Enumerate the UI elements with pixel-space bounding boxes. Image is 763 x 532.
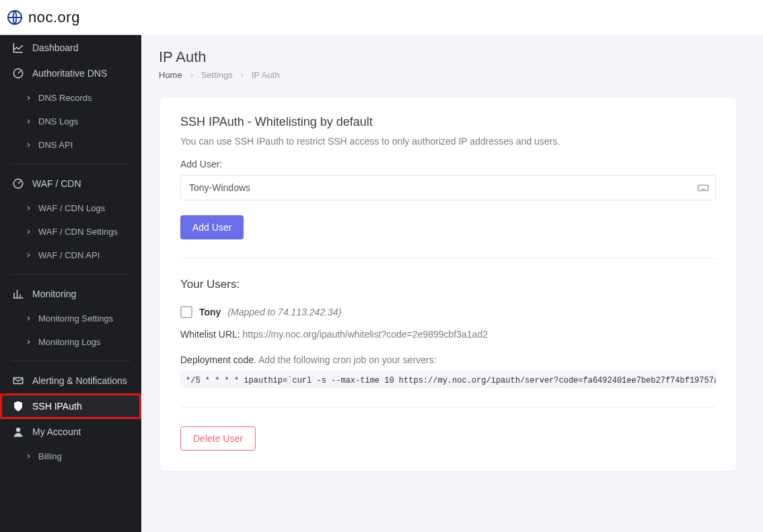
add-user-label: Add User:: [180, 159, 716, 169]
divider: [180, 407, 716, 408]
breadcrumb-home[interactable]: Home: [159, 70, 182, 80]
chevron-right-icon: [26, 337, 32, 347]
sidebar-item-dashboard[interactable]: Dashboard: [0, 35, 141, 61]
sidebar-item-dns-logs[interactable]: DNS Logs: [0, 110, 141, 133]
deployment-label: Deployment code.: [180, 354, 256, 365]
sidebar-item-label: WAF / CDN: [32, 178, 81, 189]
chevron-right-icon: [26, 93, 32, 103]
deployment-text: Add the following cron job on your serve…: [258, 354, 437, 365]
card-description: You can use SSH IPauth to restrict SSH a…: [180, 136, 716, 147]
sidebar-item-label: Dashboard: [32, 42, 79, 53]
sidebar-item-monitoring-logs[interactable]: Monitoring Logs: [0, 330, 141, 354]
sidebar-item-monitoring[interactable]: Monitoring: [0, 281, 141, 307]
user-mapped-ip: (Mapped to 74.113.242.34): [227, 307, 341, 317]
chevron-right-icon: [189, 70, 194, 80]
sidebar-item-label: WAF / CDN Logs: [38, 203, 105, 213]
sidebar-item-label: Authoritative DNS: [32, 68, 107, 79]
user-name: Tony: [199, 307, 221, 317]
user-row: Tony (Mapped to 74.113.242.34): [180, 306, 716, 318]
chevron-right-icon: [26, 140, 32, 150]
keyboard-icon: [697, 182, 709, 194]
sidebar-item-label: Monitoring Logs: [38, 337, 101, 347]
shield-icon: [12, 400, 24, 412]
sidebar-item-waf-cdn-settings[interactable]: WAF / CDN Settings: [0, 220, 141, 243]
deployment-code: */5 * * * * ipauthip=`curl -s --max-time…: [180, 371, 716, 385]
svg-point-4: [16, 428, 20, 432]
chevron-right-icon: [26, 227, 32, 237]
add-user-input[interactable]: [180, 175, 716, 200]
sidebar-item-label: Alerting & Notifications: [32, 375, 127, 386]
sidebar-item-billing[interactable]: Billing: [0, 445, 141, 468]
chevron-right-icon: [26, 313, 32, 324]
sidebar: Dashboard Authoritative DNS DNS Records …: [0, 35, 141, 532]
delete-user-button[interactable]: Delete User: [180, 426, 256, 451]
ipauth-card: SSH IPAuth - Whitelisting by default You…: [160, 98, 736, 471]
sidebar-item-monitoring-settings[interactable]: Monitoring Settings: [0, 307, 141, 330]
add-user-input-wrap: [180, 175, 716, 200]
sidebar-item-dns-api[interactable]: DNS API: [0, 133, 141, 157]
globe-icon: [7, 9, 23, 26]
breadcrumb-current: IP Auth: [252, 70, 280, 80]
mail-icon: [12, 375, 24, 387]
topbar: noc.org: [0, 0, 763, 35]
chevron-right-icon: [240, 70, 245, 80]
sidebar-item-waf-cdn-logs[interactable]: WAF / CDN Logs: [0, 196, 141, 220]
chart-line-icon: [12, 42, 24, 54]
divider: [180, 258, 716, 259]
brand-name: noc.org: [28, 9, 80, 26]
sidebar-item-label: WAF / CDN Settings: [38, 227, 118, 237]
whitelist-label: Whitelist URL:: [180, 329, 240, 340]
brand-logo[interactable]: noc.org: [7, 9, 80, 26]
sidebar-item-label: Monitoring: [32, 289, 76, 299]
chevron-right-icon: [26, 116, 32, 126]
chevron-right-icon: [26, 250, 32, 260]
main-content: IP Auth Home Settings IP Auth SSH IPAuth…: [141, 35, 763, 532]
sidebar-item-authoritative-dns[interactable]: Authoritative DNS: [0, 61, 141, 86]
page-title: IP Auth: [159, 48, 746, 66]
breadcrumb-settings[interactable]: Settings: [201, 70, 233, 80]
sidebar-item-dns-records[interactable]: DNS Records: [0, 86, 141, 110]
your-users-heading: Your Users:: [180, 278, 716, 291]
sidebar-divider: [11, 360, 131, 361]
card-heading: SSH IPAuth - Whitelisting by default: [180, 115, 716, 129]
breadcrumb: Home Settings IP Auth: [159, 70, 746, 80]
sidebar-item-label: DNS Records: [38, 93, 92, 103]
code-scrollbar[interactable]: */5 * * * * ipauthip=`curl -s --max-time…: [180, 371, 716, 385]
gauge-icon: [12, 67, 24, 79]
whitelist-url: https://my.noc.org/ipauth/whitelist?code…: [243, 329, 488, 340]
sidebar-item-label: My Account: [32, 426, 81, 437]
sidebar-item-ssh-ipauth[interactable]: SSH IPAuth: [0, 393, 141, 419]
deployment-line: Deployment code. Add the following cron …: [180, 354, 716, 365]
sidebar-item-label: SSH IPAuth: [32, 401, 82, 412]
sidebar-divider: [11, 274, 131, 274]
page-header: IP Auth Home Settings IP Auth: [141, 35, 763, 91]
sidebar-item-waf-cdn-api[interactable]: WAF / CDN API: [0, 243, 141, 267]
chevron-right-icon: [26, 451, 32, 461]
sidebar-item-label: Billing: [38, 451, 62, 461]
sidebar-item-alerting[interactable]: Alerting & Notifications: [0, 368, 141, 393]
sidebar-item-label: DNS Logs: [38, 116, 78, 126]
svg-rect-5: [698, 185, 708, 190]
gauge-icon: [12, 178, 24, 190]
bar-chart-icon: [12, 288, 24, 300]
chevron-right-icon: [26, 203, 32, 213]
deployment-code-box: */5 * * * * ipauthip=`curl -s --max-time…: [180, 371, 716, 388]
sidebar-item-my-account[interactable]: My Account: [0, 419, 141, 445]
sidebar-item-waf-cdn[interactable]: WAF / CDN: [0, 171, 141, 196]
whitelist-line: Whitelist URL: https://my.noc.org/ipauth…: [180, 329, 716, 340]
sidebar-item-label: DNS API: [38, 140, 73, 150]
add-user-button[interactable]: Add User: [180, 215, 244, 239]
sidebar-item-label: WAF / CDN API: [38, 250, 100, 260]
user-icon: [12, 426, 24, 438]
sidebar-item-label: Monitoring Settings: [38, 313, 113, 324]
user-checkbox[interactable]: [180, 306, 192, 318]
sidebar-divider: [11, 163, 131, 164]
